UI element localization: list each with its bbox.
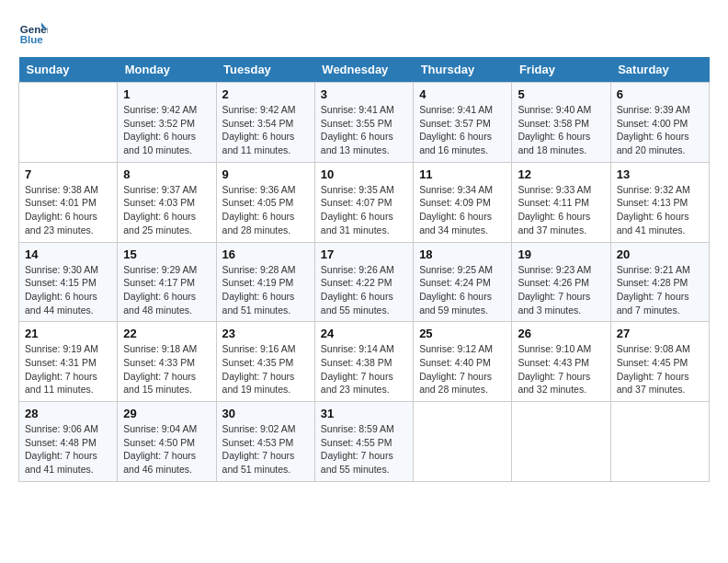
day-number: 12 <box>518 167 604 181</box>
day-number: 1 <box>123 87 210 101</box>
day-detail: Sunrise: 9:23 AM Sunset: 4:26 PM Dayligh… <box>518 263 604 317</box>
day-cell: 30Sunrise: 9:02 AM Sunset: 4:53 PM Dayli… <box>216 402 314 482</box>
day-number: 2 <box>222 87 309 101</box>
day-cell: 16Sunrise: 9:28 AM Sunset: 4:19 PM Dayli… <box>216 242 314 322</box>
day-detail: Sunrise: 9:29 AM Sunset: 4:17 PM Dayligh… <box>123 263 210 317</box>
day-cell: 19Sunrise: 9:23 AM Sunset: 4:26 PM Dayli… <box>512 242 610 322</box>
day-detail: Sunrise: 9:32 AM Sunset: 4:13 PM Dayligh… <box>617 183 703 237</box>
day-number: 24 <box>321 327 407 340</box>
page-header: General Blue <box>18 18 710 48</box>
day-cell: 1Sunrise: 9:42 AM Sunset: 3:52 PM Daylig… <box>118 83 216 163</box>
day-detail: Sunrise: 9:37 AM Sunset: 4:03 PM Dayligh… <box>123 183 210 237</box>
day-number: 25 <box>419 327 506 340</box>
day-cell: 27Sunrise: 9:08 AM Sunset: 4:45 PM Dayli… <box>610 322 709 402</box>
day-cell: 13Sunrise: 9:32 AM Sunset: 4:13 PM Dayli… <box>610 162 709 242</box>
day-number: 3 <box>321 87 407 101</box>
day-detail: Sunrise: 9:36 AM Sunset: 4:05 PM Dayligh… <box>222 183 309 237</box>
header-sunday: Sunday <box>19 57 118 83</box>
day-detail: Sunrise: 9:18 AM Sunset: 4:33 PM Dayligh… <box>123 342 210 396</box>
header-thursday: Thursday <box>414 57 512 83</box>
logo: General Blue <box>18 18 51 48</box>
day-cell: 17Sunrise: 9:26 AM Sunset: 4:22 PM Dayli… <box>314 242 413 322</box>
day-cell: 23Sunrise: 9:16 AM Sunset: 4:35 PM Dayli… <box>216 322 314 402</box>
day-detail: Sunrise: 9:34 AM Sunset: 4:09 PM Dayligh… <box>419 183 506 237</box>
week-row-1: 1Sunrise: 9:42 AM Sunset: 3:52 PM Daylig… <box>19 83 710 163</box>
day-detail: Sunrise: 9:42 AM Sunset: 3:54 PM Dayligh… <box>222 103 309 157</box>
day-cell: 6Sunrise: 9:39 AM Sunset: 4:00 PM Daylig… <box>610 83 709 163</box>
day-number: 28 <box>25 407 111 420</box>
day-number: 11 <box>419 167 506 181</box>
day-cell: 22Sunrise: 9:18 AM Sunset: 4:33 PM Dayli… <box>118 322 216 402</box>
day-cell <box>414 402 512 482</box>
day-detail: Sunrise: 9:25 AM Sunset: 4:24 PM Dayligh… <box>419 263 506 317</box>
day-detail: Sunrise: 9:16 AM Sunset: 4:35 PM Dayligh… <box>222 342 309 396</box>
day-cell: 12Sunrise: 9:33 AM Sunset: 4:11 PM Dayli… <box>512 162 610 242</box>
day-cell: 24Sunrise: 9:14 AM Sunset: 4:38 PM Dayli… <box>314 322 413 402</box>
day-cell: 26Sunrise: 9:10 AM Sunset: 4:43 PM Dayli… <box>512 322 610 402</box>
header-tuesday: Tuesday <box>216 57 314 83</box>
day-cell: 10Sunrise: 9:35 AM Sunset: 4:07 PM Dayli… <box>314 162 413 242</box>
svg-text:Blue: Blue <box>20 34 44 45</box>
day-detail: Sunrise: 9:41 AM Sunset: 3:57 PM Dayligh… <box>419 103 506 157</box>
day-cell: 21Sunrise: 9:19 AM Sunset: 4:31 PM Dayli… <box>19 322 118 402</box>
day-detail: Sunrise: 9:38 AM Sunset: 4:01 PM Dayligh… <box>25 183 111 237</box>
day-number: 13 <box>617 167 703 181</box>
day-number: 30 <box>222 407 309 420</box>
day-number: 10 <box>321 167 407 181</box>
day-cell: 14Sunrise: 9:30 AM Sunset: 4:15 PM Dayli… <box>19 242 118 322</box>
day-cell: 5Sunrise: 9:40 AM Sunset: 3:58 PM Daylig… <box>512 83 610 163</box>
day-number: 22 <box>123 327 210 340</box>
day-detail: Sunrise: 9:33 AM Sunset: 4:11 PM Dayligh… <box>518 183 604 237</box>
day-cell: 2Sunrise: 9:42 AM Sunset: 3:54 PM Daylig… <box>216 83 314 163</box>
calendar-table: SundayMondayTuesdayWednesdayThursdayFrid… <box>18 57 710 482</box>
day-cell: 4Sunrise: 9:41 AM Sunset: 3:57 PM Daylig… <box>414 83 512 163</box>
day-number: 27 <box>617 327 703 340</box>
day-cell: 31Sunrise: 8:59 AM Sunset: 4:55 PM Dayli… <box>314 402 413 482</box>
day-number: 6 <box>617 87 703 101</box>
day-cell: 7Sunrise: 9:38 AM Sunset: 4:01 PM Daylig… <box>19 162 118 242</box>
day-cell: 8Sunrise: 9:37 AM Sunset: 4:03 PM Daylig… <box>118 162 216 242</box>
day-detail: Sunrise: 9:39 AM Sunset: 4:00 PM Dayligh… <box>617 103 703 157</box>
day-cell: 20Sunrise: 9:21 AM Sunset: 4:28 PM Dayli… <box>610 242 709 322</box>
day-detail: Sunrise: 9:02 AM Sunset: 4:53 PM Dayligh… <box>222 422 309 477</box>
day-number: 23 <box>222 327 309 340</box>
day-number: 9 <box>222 167 309 181</box>
day-number: 4 <box>419 87 506 101</box>
day-cell: 29Sunrise: 9:04 AM Sunset: 4:50 PM Dayli… <box>118 402 216 482</box>
day-number: 26 <box>518 327 604 340</box>
header-monday: Monday <box>118 57 216 83</box>
day-detail: Sunrise: 9:30 AM Sunset: 4:15 PM Dayligh… <box>25 263 111 317</box>
day-cell <box>512 402 610 482</box>
day-detail: Sunrise: 9:19 AM Sunset: 4:31 PM Dayligh… <box>25 342 111 396</box>
day-cell <box>19 83 118 163</box>
day-number: 15 <box>123 247 210 261</box>
day-detail: Sunrise: 9:12 AM Sunset: 4:40 PM Dayligh… <box>419 342 506 396</box>
day-detail: Sunrise: 9:08 AM Sunset: 4:45 PM Dayligh… <box>617 342 703 396</box>
day-number: 17 <box>321 247 407 261</box>
day-cell: 18Sunrise: 9:25 AM Sunset: 4:24 PM Dayli… <box>414 242 512 322</box>
day-number: 20 <box>617 247 703 261</box>
day-number: 14 <box>25 247 111 261</box>
day-detail: Sunrise: 9:21 AM Sunset: 4:28 PM Dayligh… <box>617 263 703 317</box>
header-saturday: Saturday <box>610 57 709 83</box>
calendar-header-row: SundayMondayTuesdayWednesdayThursdayFrid… <box>19 57 710 83</box>
day-detail: Sunrise: 9:14 AM Sunset: 4:38 PM Dayligh… <box>321 342 407 396</box>
day-detail: Sunrise: 9:41 AM Sunset: 3:55 PM Dayligh… <box>321 103 407 157</box>
day-cell: 3Sunrise: 9:41 AM Sunset: 3:55 PM Daylig… <box>314 83 413 163</box>
day-cell: 9Sunrise: 9:36 AM Sunset: 4:05 PM Daylig… <box>216 162 314 242</box>
day-number: 16 <box>222 247 309 261</box>
day-number: 29 <box>123 407 210 420</box>
header-friday: Friday <box>512 57 610 83</box>
day-number: 21 <box>25 327 111 340</box>
day-detail: Sunrise: 9:42 AM Sunset: 3:52 PM Dayligh… <box>123 103 210 157</box>
day-cell <box>610 402 709 482</box>
day-detail: Sunrise: 9:40 AM Sunset: 3:58 PM Dayligh… <box>518 103 604 157</box>
day-cell: 28Sunrise: 9:06 AM Sunset: 4:48 PM Dayli… <box>19 402 118 482</box>
week-row-2: 7Sunrise: 9:38 AM Sunset: 4:01 PM Daylig… <box>19 162 710 242</box>
week-row-5: 28Sunrise: 9:06 AM Sunset: 4:48 PM Dayli… <box>19 402 710 482</box>
day-detail: Sunrise: 8:59 AM Sunset: 4:55 PM Dayligh… <box>321 422 407 477</box>
day-number: 31 <box>321 407 407 420</box>
day-number: 18 <box>419 247 506 261</box>
day-detail: Sunrise: 9:04 AM Sunset: 4:50 PM Dayligh… <box>123 422 210 477</box>
day-number: 19 <box>518 247 604 261</box>
